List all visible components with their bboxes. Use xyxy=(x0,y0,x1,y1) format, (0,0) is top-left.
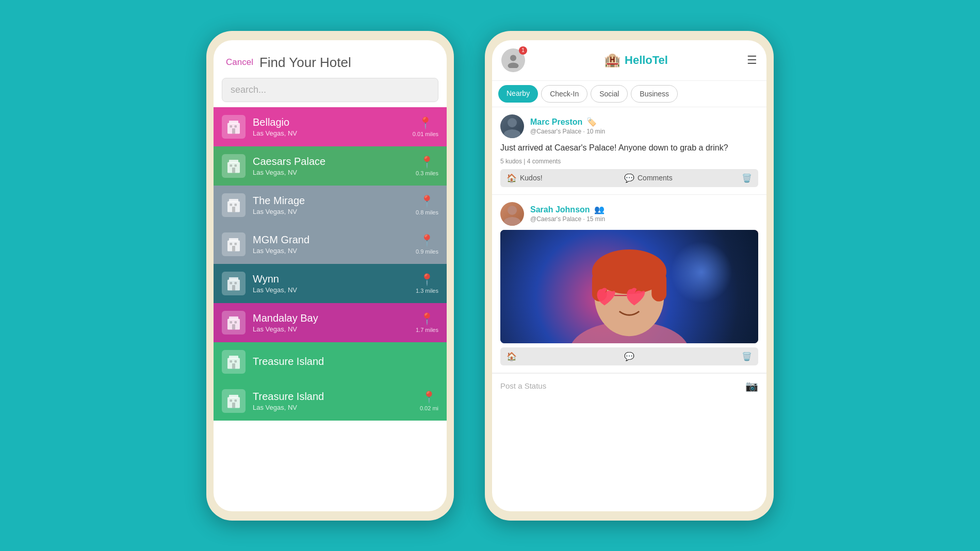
kudos-label: Kudos! xyxy=(520,174,543,182)
tab-social[interactable]: Social xyxy=(591,85,628,103)
svg-rect-21 xyxy=(229,277,238,280)
post-card: Marc Preston 🏷️ @Caesar's Palace · 10 mi… xyxy=(492,107,766,195)
distance-text: 1.3 miles xyxy=(416,288,438,294)
hellotel-screen: 1 🏨 HelloTel ☰ NearbyCheck-InSocialBusin… xyxy=(492,40,766,511)
hotel-icon xyxy=(222,350,246,374)
distance-text: 0.3 miles xyxy=(416,170,438,176)
post-user-name-row: Marc Preston 🏷️ xyxy=(530,117,758,127)
hotel-icon xyxy=(222,115,246,139)
search-input[interactable]: search... xyxy=(222,78,438,102)
svg-rect-9 xyxy=(232,168,235,173)
post-text: Just arrived at Caesar's Palace! Anyone … xyxy=(500,142,758,154)
svg-point-44 xyxy=(508,206,517,215)
right-phone: 1 🏨 HelloTel ☰ NearbyCheck-InSocialBusin… xyxy=(485,31,774,521)
svg-rect-12 xyxy=(230,204,233,206)
comments-button[interactable]: 💬 Comments xyxy=(624,173,738,183)
hotel-icon xyxy=(222,389,246,413)
notification-badge: 1 xyxy=(519,46,527,55)
tab-nearby[interactable]: Nearby xyxy=(498,85,538,103)
post-card: Sarah Johnson 👥 @Caesar's Palace · 15 mi… xyxy=(492,195,766,373)
svg-rect-33 xyxy=(235,360,237,363)
hotel-list-item[interactable]: Mandalay Bay Las Vegas, NV 📍 1.7 miles xyxy=(214,303,447,342)
svg-point-40 xyxy=(510,55,516,61)
hotel-title: Find Your Hotel xyxy=(259,55,351,71)
hotel-info: Treasure Island xyxy=(253,356,438,368)
post-user-row: Marc Preston 🏷️ @Caesar's Palace · 10 mi… xyxy=(500,114,758,138)
hotel-list-item[interactable]: Treasure Island xyxy=(214,342,447,381)
post-username[interactable]: Sarah Johnson xyxy=(530,205,590,214)
svg-rect-17 xyxy=(230,243,233,245)
kudos-button[interactable]: 🏠 Kudos! xyxy=(507,173,620,183)
left-phone: Cancel Find Your Hotel search... Bellagi… xyxy=(206,31,454,521)
hotel-location: Las Vegas, NV xyxy=(253,169,409,176)
svg-rect-18 xyxy=(235,243,237,245)
delete-button[interactable]: 🗑️ xyxy=(742,352,752,361)
svg-rect-36 xyxy=(229,395,238,398)
distance-text: 0.02 mi xyxy=(420,405,438,411)
svg-point-41 xyxy=(508,62,519,68)
tab-check-in[interactable]: Check-In xyxy=(541,85,587,103)
hotel-name: Caesars Palace xyxy=(253,156,409,168)
svg-rect-19 xyxy=(232,246,235,252)
hotel-name: Bellagio xyxy=(253,116,405,128)
social-feed: Marc Preston 🏷️ @Caesar's Palace · 10 mi… xyxy=(492,107,766,511)
hotel-location: Las Vegas, NV xyxy=(253,404,413,411)
hotel-icon xyxy=(222,154,246,178)
distance-text: 0.9 miles xyxy=(416,248,438,255)
comment-icon: 💬 xyxy=(624,173,634,183)
hotel-list-item[interactable]: Treasure Island Las Vegas, NV 📍 0.02 mi xyxy=(214,381,447,421)
hotel-name: Wynn xyxy=(253,273,409,285)
hotel-list-item[interactable]: The Mirage Las Vegas, NV 📍 0.8 miles xyxy=(214,186,447,225)
comments-button[interactable]: 💬 xyxy=(624,352,738,361)
tab-business[interactable]: Business xyxy=(631,85,678,103)
svg-rect-3 xyxy=(235,125,237,128)
hotel-list-item[interactable]: Wynn Las Vegas, NV 📍 1.3 miles xyxy=(214,264,447,303)
hotel-name: Treasure Island xyxy=(253,356,438,368)
hotel-info: Mandalay Bay Las Vegas, NV xyxy=(253,312,409,333)
svg-rect-50 xyxy=(651,272,666,302)
header-avatar-wrap: 1 xyxy=(501,48,525,72)
hotel-location: Las Vegas, NV xyxy=(253,325,409,333)
post-stats: 5 kudos | 4 comments xyxy=(500,158,758,165)
svg-rect-26 xyxy=(229,316,238,320)
kudos-icon: 🏠 xyxy=(507,173,517,183)
location-pin-icon: 📍 xyxy=(420,156,434,169)
kudos-button[interactable]: 🏠 xyxy=(507,352,620,361)
post-image xyxy=(500,230,758,343)
menu-button[interactable]: ☰ xyxy=(747,54,757,67)
post-actions: 🏠 💬 🗑️ xyxy=(500,347,758,365)
distance-text: 1.7 miles xyxy=(416,327,438,333)
hotel-list-item[interactable]: Caesars Palace Las Vegas, NV 📍 0.3 miles xyxy=(214,146,447,186)
hotel-list-item[interactable]: Bellagio Las Vegas, NV 📍 0.01 miles xyxy=(214,107,447,146)
hotel-info: The Mirage Las Vegas, NV xyxy=(253,195,409,215)
svg-point-43 xyxy=(504,129,520,138)
svg-rect-32 xyxy=(230,360,233,363)
post-status-placeholder[interactable]: Post a Status xyxy=(500,381,546,390)
hotel-screen: Cancel Find Your Hotel search... Bellagi… xyxy=(214,40,447,511)
location-pin-icon: 📍 xyxy=(420,195,434,208)
post-username[interactable]: Marc Preston xyxy=(530,118,582,127)
camera-icon[interactable]: 📷 xyxy=(745,380,758,392)
location-pin-icon: 📍 xyxy=(420,234,434,247)
hotel-name: The Mirage xyxy=(253,195,409,207)
hotel-list: Bellagio Las Vegas, NV 📍 0.01 miles Caes… xyxy=(214,107,447,511)
svg-rect-39 xyxy=(232,403,235,408)
svg-rect-11 xyxy=(229,199,238,202)
hotel-info: Wynn Las Vegas, NV xyxy=(253,273,409,294)
hotel-icon xyxy=(222,193,246,217)
location-pin-icon: 📍 xyxy=(418,116,432,130)
svg-rect-8 xyxy=(235,164,237,167)
post-meta: @Caesar's Palace · 10 min xyxy=(530,128,758,135)
svg-point-42 xyxy=(508,118,517,127)
left-phone-screen: Cancel Find Your Hotel search... Bellagi… xyxy=(214,40,447,511)
distance-text: 0.8 miles xyxy=(416,209,438,215)
scene: Cancel Find Your Hotel search... Bellagi… xyxy=(165,0,815,551)
hotel-distance: 📍 0.02 mi xyxy=(420,391,438,411)
svg-rect-22 xyxy=(230,282,233,285)
post-avatar xyxy=(500,202,524,226)
hotel-list-item[interactable]: MGM Grand Las Vegas, NV 📍 0.9 miles xyxy=(214,225,447,264)
svg-rect-24 xyxy=(232,285,235,291)
delete-button[interactable]: 🗑️ xyxy=(742,173,752,183)
group-badge-icon: 👥 xyxy=(594,205,605,214)
cancel-button[interactable]: Cancel xyxy=(226,57,253,68)
